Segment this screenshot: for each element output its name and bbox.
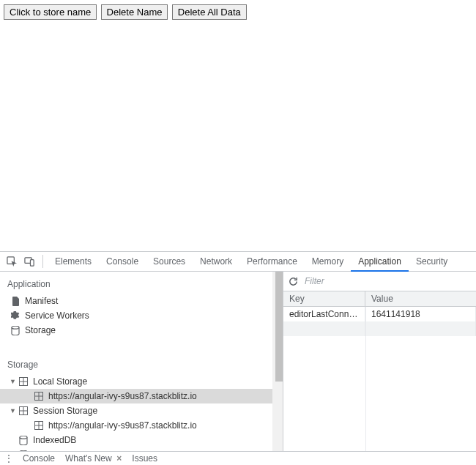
sidebar-scrollbar-thumb[interactable] <box>275 272 283 382</box>
sidebar-item-manifest[interactable]: Manifest <box>0 294 283 308</box>
database-icon <box>10 325 21 335</box>
delete-name-button[interactable]: Delete Name <box>101 4 168 20</box>
cell-empty <box>283 321 365 336</box>
storage-main: Key Value editorLastConnec... 1641141918 <box>283 272 476 451</box>
indexeddb-icon <box>18 435 29 445</box>
drawer-tab-console[interactable]: Console <box>23 453 55 464</box>
drawer-tab-whatsnew[interactable]: What's New <box>65 453 112 464</box>
sidebar-item-websql[interactable]: Web SQL <box>0 447 283 451</box>
th-value[interactable]: Value <box>365 291 476 306</box>
kebab-icon[interactable]: ⋮ <box>4 453 12 464</box>
cell-empty <box>365 321 476 336</box>
sidebar-item-session-storage-origin[interactable]: https://angular-ivy-s9us87.stackblitz.io <box>0 418 283 433</box>
sidebar-scrollbar[interactable] <box>272 272 283 451</box>
sidebar-item-local-storage[interactable]: ▼ Local Storage <box>0 374 283 389</box>
table-row[interactable]: editorLastConnec... 1641141918 <box>283 307 476 321</box>
sidebar-item-storage[interactable]: Storage <box>0 323 283 338</box>
svg-rect-2 <box>30 259 34 265</box>
svg-rect-17 <box>20 412 23 415</box>
th-key[interactable]: Key <box>283 291 365 306</box>
tab-sources[interactable]: Sources <box>146 252 193 272</box>
local-storage-icon <box>18 376 29 387</box>
devtools-tabs: Elements Console Sources Network Perform… <box>0 252 476 272</box>
svg-rect-22 <box>35 426 39 430</box>
svg-rect-8 <box>24 382 28 386</box>
local-storage-label: Local Storage <box>33 376 87 387</box>
svg-rect-6 <box>24 378 28 382</box>
svg-rect-16 <box>24 407 28 411</box>
storage-root-label: Storage <box>25 325 56 335</box>
websql-label: Web SQL <box>33 450 71 451</box>
storage-toolbar <box>283 272 476 291</box>
device-toolbar-icon[interactable] <box>21 252 38 271</box>
session-storage-origin-label: https://angular-ivy-s9us87.stackblitz.io <box>48 420 197 431</box>
store-name-button[interactable]: Click to store name <box>4 4 97 20</box>
column-separator[interactable] <box>365 307 366 451</box>
tab-elements[interactable]: Elements <box>48 252 99 272</box>
table-body: editorLastConnec... 1641141918 <box>283 307 476 336</box>
svg-rect-12 <box>35 397 39 401</box>
svg-rect-18 <box>24 412 28 415</box>
svg-point-25 <box>20 450 27 451</box>
filter-input[interactable] <box>305 276 422 286</box>
drawer-tab-issues[interactable]: Issues <box>132 453 157 464</box>
svg-rect-7 <box>20 382 23 386</box>
divider <box>42 255 43 268</box>
session-storage-label: Session Storage <box>33 406 97 416</box>
refresh-icon[interactable] <box>288 276 299 287</box>
session-storage-origin-icon <box>34 420 44 431</box>
page-content: Click to store name Delete Name Delete A… <box>0 0 476 251</box>
tab-performance[interactable]: Performance <box>239 252 305 272</box>
application-sidebar: Application Manifest Service Workers <box>0 272 283 451</box>
svg-rect-5 <box>20 378 23 382</box>
table-header: Key Value <box>283 291 476 307</box>
svg-rect-23 <box>40 426 43 430</box>
devtools-drawer: ⋮ Console What's New × Issues <box>0 451 476 465</box>
svg-rect-13 <box>40 397 43 401</box>
svg-rect-15 <box>20 407 23 411</box>
svg-point-24 <box>20 436 27 439</box>
tab-network[interactable]: Network <box>193 252 239 272</box>
local-storage-origin-label: https://angular-ivy-s9us87.stackblitz.io <box>48 391 197 401</box>
gear-icon <box>10 310 21 321</box>
tab-memory[interactable]: Memory <box>305 252 351 272</box>
chevron-down-icon: ▼ <box>9 378 17 385</box>
local-storage-origin-icon <box>34 391 44 401</box>
cell-value[interactable]: 1641141918 <box>365 307 476 321</box>
sidebar-item-indexeddb[interactable]: IndexedDB <box>0 433 283 447</box>
close-icon[interactable]: × <box>114 453 122 464</box>
chevron-down-icon: ▼ <box>9 407 17 414</box>
svg-rect-21 <box>40 422 43 425</box>
table-row-empty[interactable] <box>283 321 476 336</box>
svg-rect-10 <box>35 393 39 396</box>
sidebar-item-local-storage-origin[interactable]: https://angular-ivy-s9us87.stackblitz.io <box>0 389 283 403</box>
tab-application[interactable]: Application <box>351 252 409 272</box>
sidebar-item-session-storage[interactable]: ▼ Session Storage <box>0 403 283 418</box>
group-application-header: Application <box>0 276 283 294</box>
manifest-label: Manifest <box>25 296 58 306</box>
storage-table: Key Value editorLastConnec... 1641141918 <box>283 291 476 451</box>
manifest-icon <box>10 296 21 306</box>
svg-point-3 <box>12 326 19 329</box>
group-storage-header: Storage <box>0 357 283 374</box>
svg-rect-11 <box>40 393 43 396</box>
cell-key[interactable]: editorLastConnec... <box>283 307 365 321</box>
tab-console[interactable]: Console <box>99 252 146 272</box>
service-workers-label: Service Workers <box>25 310 89 321</box>
inspect-icon[interactable] <box>3 252 21 271</box>
websql-icon <box>18 450 29 451</box>
indexeddb-label: IndexedDB <box>33 435 76 445</box>
devtools-panel: Elements Console Sources Network Perform… <box>0 251 476 465</box>
sidebar-item-service-workers[interactable]: Service Workers <box>0 308 283 323</box>
delete-all-button[interactable]: Delete All Data <box>172 4 247 20</box>
svg-rect-20 <box>35 422 39 425</box>
session-storage-icon <box>18 406 29 416</box>
tab-security[interactable]: Security <box>409 252 455 272</box>
